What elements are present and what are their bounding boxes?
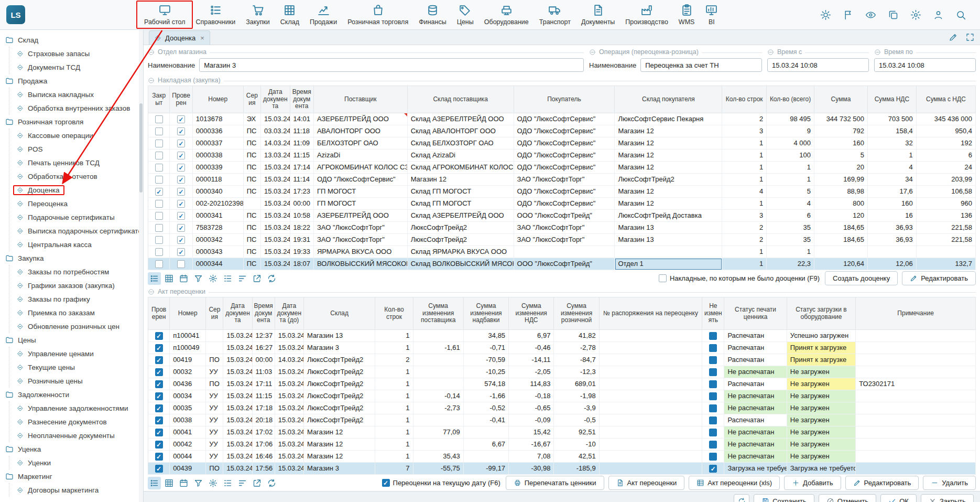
topbar-item-purchases[interactable]: Закупки (241, 0, 275, 29)
sidebar-item[interactable]: Заказы по потребностям (9, 265, 138, 279)
topbar-item-finance[interactable]: Финансы (413, 0, 451, 29)
invoice-row[interactable]: ✓0000338ПС13.03.2411:15AzizaDiСклад Aziz… (148, 149, 976, 162)
invoice-row[interactable]: ✓0000118ПС15.03.2411:14ОДО "ЛюксСофтСерв… (148, 174, 976, 186)
act-row[interactable]: ✓п10004915.03.2416:2715.03.24Магазин 31-… (148, 342, 976, 354)
column-header[interactable]: Закрыт (148, 86, 170, 113)
invoice-row[interactable]: 0000344ПС15.03.2418:07ВОЛКОВЫССКИЙ МЯСОК… (148, 258, 976, 270)
sidebar-folder[interactable]: Цены (5, 333, 138, 347)
sidebar-item[interactable]: Управление ценами (9, 347, 138, 360)
column-header[interactable]: Статус печати ценника (724, 297, 787, 330)
column-header[interactable]: Склад поставщика (407, 86, 514, 113)
invoice-row[interactable]: ✓0000336ПС03.03.2411:18АВАЛОНТОРГ ОООСкл… (148, 125, 976, 137)
dept-name-input[interactable] (199, 58, 584, 72)
column-header[interactable]: Сумма изменения поставщика (413, 297, 463, 330)
checkbox[interactable] (709, 356, 717, 364)
column-header[interactable]: Дата документа (223, 297, 252, 330)
sidebar-item[interactable]: Договоры маркетинга (9, 483, 138, 497)
sidebar-folder[interactable]: Розничная торговля (5, 115, 138, 129)
close-button[interactable]: Закрыть (921, 494, 974, 502)
topbar-item-catalog[interactable]: Справочники (190, 0, 241, 29)
column-header[interactable]: Склад (303, 297, 375, 330)
flag-icon[interactable] (843, 9, 854, 20)
sidebar-item[interactable]: Подарочные сертификаты (9, 210, 138, 224)
gear-icon[interactable] (206, 272, 220, 285)
act-row[interactable]: ✓00044УУ15.03.2416:4615.03.24Магазин 121… (148, 451, 976, 463)
invoice-row[interactable]: ✓✓0000340ПС15.03.2417:23ГП МОГОСТСклад Г… (148, 186, 976, 198)
create-markup-button[interactable]: Создать дооценку (825, 271, 898, 285)
sidebar-item[interactable]: Обработка Z-отчетов (9, 169, 138, 183)
sync-icon[interactable] (265, 477, 278, 489)
tab-close-icon[interactable]: × (200, 34, 204, 42)
user-icon[interactable] (933, 9, 944, 20)
topbar-item-wms[interactable]: WMS (673, 0, 700, 29)
checkbox[interactable] (709, 392, 717, 400)
ok-button[interactable]: ОК (880, 494, 917, 502)
copy-icon[interactable] (888, 9, 899, 20)
sidebar-folder[interactable]: Маркетинг (5, 469, 138, 483)
column-header[interactable]: Покупатель (514, 86, 615, 113)
column-header[interactable]: Статус загрузки в оборудование (787, 297, 855, 330)
checkbox[interactable] (709, 429, 717, 436)
app-logo[interactable]: LS (6, 5, 25, 24)
invoice-row[interactable]: ✓0000337ПС14.03.2411:09БЕЛХОЗТОРГ ОАОСкл… (148, 137, 976, 149)
column-header[interactable]: Не изменять (702, 297, 724, 330)
checkbox[interactable]: ✓ (155, 429, 163, 436)
checkbox[interactable]: ✓ (155, 465, 163, 473)
eye-icon[interactable] (865, 9, 876, 20)
checkbox[interactable] (155, 212, 163, 220)
checkbox[interactable]: ✓ (177, 127, 185, 135)
checkbox[interactable]: ✓ (177, 152, 185, 159)
checkbox[interactable]: ✓ (155, 356, 163, 364)
column-header[interactable]: Проверен (170, 86, 192, 113)
sidebar-item[interactable]: Выписка подарочных сертификатов (9, 224, 138, 238)
column-header[interactable]: Дата документа (261, 86, 290, 113)
view-grid-icon[interactable] (162, 477, 176, 489)
topbar-item-production[interactable]: Производство (620, 0, 673, 29)
view-grid-icon[interactable] (162, 272, 176, 285)
topbar-item-retail[interactable]: Розничная торговля (342, 0, 413, 29)
tab-doocenka[interactable]: Дооценка × (149, 30, 210, 45)
sidebar-folder[interactable]: Задолженности (5, 388, 138, 401)
topbar-item-desktop[interactable]: Рабочий стол (139, 0, 190, 29)
sidebar-item[interactable]: Страховые запасы (9, 47, 138, 60)
settings-icon[interactable] (910, 9, 921, 20)
act-report-xls-button[interactable]: Акт переоценки (xls) (689, 476, 780, 490)
sidebar-item[interactable]: Обработка внутренних заказов (9, 101, 138, 115)
checkbox[interactable] (155, 248, 163, 256)
column-header[interactable]: Поставщик (313, 86, 407, 113)
column-header[interactable]: Серия (206, 297, 223, 330)
checkbox[interactable] (177, 260, 185, 268)
checkbox[interactable] (155, 127, 163, 135)
topbar-item-sales[interactable]: Продажи (304, 0, 342, 29)
view-list-icon[interactable] (148, 272, 161, 285)
sidebar-folder[interactable]: Склад (5, 33, 138, 47)
sidebar-folder[interactable]: Закупка (5, 251, 138, 265)
act-row[interactable]: ✓00034УУ15.03.2411:1515.03.24ЛюксСофтТре… (148, 390, 976, 402)
cancel-button[interactable]: Отменить (819, 494, 876, 502)
column-header[interactable]: Склад покупателя (615, 86, 722, 113)
add-button[interactable]: Добавить (784, 476, 841, 490)
checkbox[interactable] (709, 344, 717, 352)
act-row[interactable]: ✓00439ПО15.03.2417:5615.03.24Магазин 37-… (148, 463, 976, 475)
column-header[interactable]: Номер (192, 86, 243, 113)
column-header[interactable]: Сумма изменения розничной (554, 297, 599, 330)
view-list-icon[interactable] (148, 477, 161, 489)
sidebar-item[interactable]: Кассовые операции (9, 129, 138, 142)
act-report-button[interactable]: Акт переоценки (608, 476, 685, 490)
sidebar-item[interactable]: Управление задолженностями (9, 401, 138, 415)
column-header[interactable]: Время документа (290, 86, 313, 113)
filter-icon[interactable] (192, 477, 205, 489)
checkbox[interactable] (709, 453, 717, 461)
invoice-row[interactable]: ✓0000342ПС15.03.2419:31ЗАО "ЛюксСофтТорг… (148, 234, 976, 246)
collapse-icon[interactable] (767, 49, 774, 56)
checkbox[interactable] (709, 380, 717, 388)
collapse-icon[interactable] (589, 49, 596, 56)
checkbox[interactable] (709, 404, 717, 412)
sidebar-scrollbar[interactable] (139, 30, 143, 502)
filter-icon[interactable] (192, 272, 205, 285)
save-button[interactable]: Сохранить (754, 494, 814, 502)
sidebar-folder[interactable]: Продажа (5, 74, 138, 88)
row-list-icon[interactable] (221, 477, 234, 489)
act-row[interactable]: ✓00042УУ15.03.2417:0615.03.24Магазин 121… (148, 439, 976, 451)
refresh-button[interactable] (734, 494, 749, 502)
